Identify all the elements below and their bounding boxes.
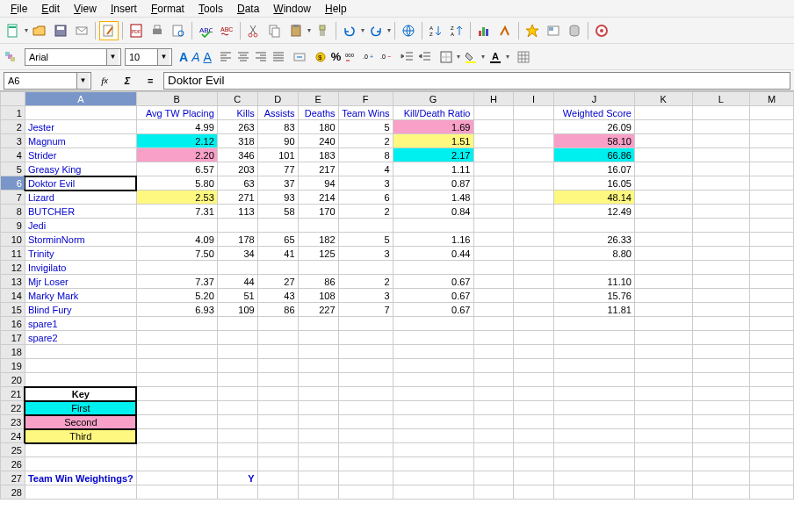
cell-M22[interactable]: [750, 401, 794, 415]
formula-input[interactable]: [163, 72, 790, 90]
column-header-C[interactable]: C: [217, 92, 257, 106]
cell-E28[interactable]: [298, 485, 338, 500]
cell-L23[interactable]: [692, 415, 750, 429]
cell-J19[interactable]: [553, 359, 634, 373]
cell-F6[interactable]: 3: [338, 176, 393, 191]
cell-M25[interactable]: [750, 443, 794, 457]
cell-I9[interactable]: [514, 219, 554, 233]
cell-E23[interactable]: [298, 415, 338, 429]
cell-J25[interactable]: [553, 443, 634, 457]
cell-F26[interactable]: [338, 457, 393, 471]
cell-E9[interactable]: [298, 219, 338, 233]
cell-L18[interactable]: [692, 345, 750, 359]
cell-K8[interactable]: [634, 205, 692, 219]
column-header-J[interactable]: J: [553, 92, 634, 106]
copy-icon[interactable]: [265, 21, 285, 40]
cell-L2[interactable]: [692, 120, 750, 134]
row-header-5[interactable]: 5: [1, 162, 25, 176]
navigator-icon[interactable]: [523, 21, 542, 40]
cell-D8[interactable]: 58: [257, 205, 298, 219]
cell-B25[interactable]: [136, 443, 217, 457]
cell-D20[interactable]: [257, 373, 298, 387]
row-header-15[interactable]: 15: [1, 303, 25, 317]
cell-H14[interactable]: [473, 289, 514, 303]
cell-J27[interactable]: [553, 471, 634, 485]
cell-J12[interactable]: [553, 261, 634, 275]
cell-J6[interactable]: 16.05: [553, 176, 634, 191]
cell-M28[interactable]: [750, 485, 794, 500]
cell-J7[interactable]: 48.14: [553, 191, 634, 205]
cell-H7[interactable]: [473, 191, 514, 205]
row-header-2[interactable]: 2: [1, 120, 25, 134]
cell-M5[interactable]: [750, 162, 794, 176]
cell-J14[interactable]: 15.76: [553, 289, 634, 303]
cell-B28[interactable]: [136, 485, 217, 500]
cell-G14[interactable]: 0.67: [393, 289, 473, 303]
cell-D13[interactable]: 27: [257, 275, 298, 289]
cell-H27[interactable]: [473, 471, 514, 485]
cell-I22[interactable]: [514, 401, 554, 415]
cell-M18[interactable]: [750, 345, 794, 359]
cell-G21[interactable]: [393, 387, 473, 401]
cell-K18[interactable]: [634, 345, 692, 359]
cell-L1[interactable]: [692, 106, 750, 120]
paste-icon[interactable]: [286, 21, 306, 40]
cell-F1[interactable]: Team Wins: [338, 106, 393, 120]
cell-H23[interactable]: [473, 415, 514, 429]
borders-icon[interactable]: [439, 50, 453, 64]
row-header-20[interactable]: 20: [1, 373, 25, 387]
cell-G10[interactable]: 1.16: [393, 233, 473, 247]
hyperlink-icon[interactable]: [399, 21, 418, 40]
cell-A17[interactable]: spare2: [25, 331, 136, 345]
cell-C6[interactable]: 63: [217, 176, 257, 191]
cell-D16[interactable]: [257, 317, 298, 331]
cell-B5[interactable]: 6.57: [136, 162, 217, 176]
menu-help[interactable]: Help: [318, 1, 354, 17]
cell-C16[interactable]: [217, 317, 257, 331]
bg-color-icon[interactable]: [464, 50, 478, 64]
cell-D19[interactable]: [257, 359, 298, 373]
cell-I16[interactable]: [514, 317, 554, 331]
gallery-icon[interactable]: [544, 21, 563, 40]
cell-H5[interactable]: [473, 162, 514, 176]
cell-C5[interactable]: 203: [217, 162, 257, 176]
cell-H10[interactable]: [473, 233, 514, 247]
cell-E16[interactable]: [298, 317, 338, 331]
cell-G26[interactable]: [393, 457, 473, 471]
cell-E21[interactable]: [298, 387, 338, 401]
cell-K13[interactable]: [634, 275, 692, 289]
cell-I6[interactable]: [514, 176, 554, 191]
cell-B23[interactable]: [136, 415, 217, 429]
cell-L11[interactable]: [692, 247, 750, 261]
cell-K10[interactable]: [634, 233, 692, 247]
cell-H12[interactable]: [473, 261, 514, 275]
cell-E15[interactable]: 227: [298, 303, 338, 317]
cell-J21[interactable]: [553, 387, 634, 401]
cell-A3[interactable]: Magnum: [25, 134, 136, 148]
cell-F3[interactable]: 2: [338, 134, 393, 148]
cell-E4[interactable]: 183: [298, 148, 338, 162]
cell-H25[interactable]: [473, 443, 514, 457]
cell-K21[interactable]: [634, 387, 692, 401]
cell-I2[interactable]: [514, 120, 554, 134]
cell-G24[interactable]: [393, 429, 473, 443]
cell-G17[interactable]: [393, 331, 473, 345]
cell-H8[interactable]: [473, 205, 514, 219]
cell-C8[interactable]: 113: [217, 205, 257, 219]
cell-K24[interactable]: [634, 429, 692, 443]
column-header-G[interactable]: G: [393, 92, 473, 106]
underline-icon[interactable]: A: [203, 50, 211, 64]
cell-H18[interactable]: [473, 345, 514, 359]
cell-H17[interactable]: [473, 331, 514, 345]
cell-K20[interactable]: [634, 373, 692, 387]
cell-B27[interactable]: [136, 471, 217, 485]
cell-F22[interactable]: [338, 401, 393, 415]
undo-icon[interactable]: [340, 21, 359, 40]
bold-icon[interactable]: A: [179, 50, 188, 64]
cell-F18[interactable]: [338, 345, 393, 359]
cell-L16[interactable]: [692, 317, 750, 331]
cell-F12[interactable]: [338, 261, 393, 275]
cell-H26[interactable]: [473, 457, 514, 471]
add-decimal-icon[interactable]: .0+: [362, 50, 376, 64]
cell-H6[interactable]: [473, 176, 514, 191]
